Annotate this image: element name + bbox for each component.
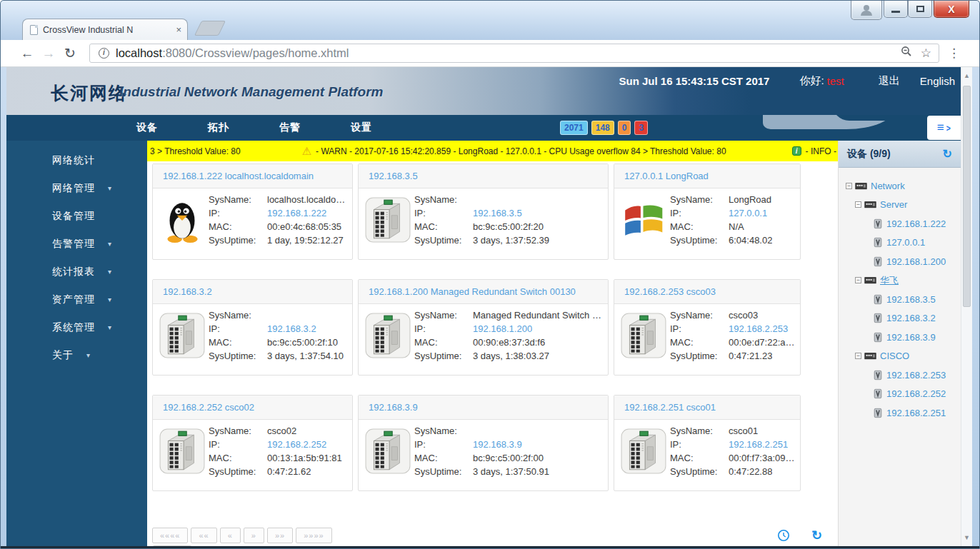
tree-collapse-icon[interactable]: − [855,277,861,283]
scrollbar-thumb[interactable] [963,86,971,307]
device-card-title-link[interactable]: 192.168.3.9 [369,402,418,413]
alarm-count-badge-0[interactable]: 2071 [560,121,588,135]
alarm-count-badge-3[interactable]: 3 [634,121,648,135]
prop-value-ip[interactable]: 192.168.3.2 [267,322,316,336]
tree-node-label[interactable]: 192.168.3.5 [886,294,936,305]
sidebar-item-5[interactable]: 资产管理▾ [6,286,147,313]
tree-node-label[interactable]: CISCO [880,351,909,361]
tree-node-label[interactable]: 华飞 [880,274,899,287]
pager-button-1[interactable]: «« [191,528,216,543]
tree-refresh-icon[interactable]: ↻ [943,147,952,161]
prop-row: MAC:00:e0:4c:68:05:35 [209,220,349,233]
prop-value-ip[interactable]: 192.168.3.9 [473,438,522,451]
site-info-icon[interactable]: i [99,48,109,59]
prop-value-ip[interactable]: 127.0.0.1 [729,206,767,220]
device-panel-toggle-button[interactable]: ≡ > [927,116,961,140]
tree-collapse-icon[interactable]: − [855,201,861,208]
pager-button-0[interactable]: «««« [152,528,188,543]
prop-row: IP:192.168.3.9 [414,438,549,451]
device-cards-grid: 192.168.1.222 localhost.localdomainSysNa… [147,161,838,510]
username-link[interactable]: test [827,75,844,87]
prop-value-ip[interactable]: 192.168.2.251 [729,438,788,451]
prop-value-ip[interactable]: 192.168.3.5 [473,206,522,220]
pager-button-4[interactable]: »» [267,528,293,543]
alarm-count-badge-2[interactable]: 0 [618,121,631,135]
tree-node-label[interactable]: 192.168.1.222 [886,218,946,229]
tree-node-label[interactable]: Server [880,199,907,210]
window-titlebar[interactable]: CrossView Industrial N × X [1,1,979,40]
bookmark-star-icon[interactable]: ☆ [921,46,931,61]
nav-item-3[interactable]: 设置 [351,121,372,134]
sidebar-item-6[interactable]: 系统管理▾ [6,313,147,341]
back-button[interactable]: ← [16,46,38,61]
alarm-tab[interactable]: 告警 [152,545,192,549]
device-card-title-link[interactable]: 192.168.2.251 csco01 [624,402,716,413]
sidebar-item-label: 网络管理 [52,182,95,195]
history-clock-icon[interactable] [777,529,790,542]
tree-collapse-icon[interactable]: − [855,353,861,359]
tree-node-label[interactable]: 192.168.3.2 [886,313,936,323]
tree-node-label[interactable]: 192.168.2.252 [886,388,946,399]
language-link[interactable]: English [920,75,955,87]
tree-node-label[interactable]: 192.168.2.251 [886,408,946,418]
logout-link[interactable]: 退出 [879,74,900,88]
scroll-up-arrow[interactable]: ▲ [961,72,972,79]
prop-value-ip[interactable]: 192.168.2.252 [267,438,326,451]
tree-node-label[interactable]: Network [871,181,905,191]
prop-value-ip[interactable]: 192.168.1.222 [267,206,326,220]
nav-item-0[interactable]: 设备 [136,121,158,134]
tree-node-label[interactable]: 192.168.2.253 [886,370,946,381]
url-text[interactable]: localhost:8080/Crossview/pages/home.xhtm… [116,46,892,60]
tree-collapse-icon[interactable]: − [846,183,852,189]
reload-button[interactable]: ↻ [59,45,81,61]
minimize-button[interactable] [884,1,908,18]
maximize-button[interactable] [908,1,932,18]
device-card-title-link[interactable]: 192.168.2.252 csco02 [163,402,254,413]
sidebar-item-2[interactable]: 设备管理 [6,202,147,230]
profile-button[interactable] [851,1,882,20]
refresh-icon[interactable]: ↻ [811,528,822,543]
pager-button-3[interactable]: » [244,528,264,543]
prop-value-mac: bc:9c:c5:00:2f:00 [473,451,544,465]
tree-item-device: 192.168.2.253 [846,366,961,385]
scroll-down-arrow[interactable]: ▼ [961,534,972,541]
tab-close-icon[interactable]: × [176,24,181,35]
tree-node-label[interactable]: 127.0.0.1 [886,237,925,248]
address-bar[interactable]: i localhost:8080/Crossview/pages/home.xh… [89,44,939,63]
list-icon: ≡ [937,121,944,135]
device-card-title-link[interactable]: 192.168.3.5 [369,171,418,181]
nav-item-1[interactable]: 拓扑 [208,121,229,134]
nav-item-2[interactable]: 告警 [279,121,301,134]
close-button[interactable]: X [934,1,969,18]
browser-menu-icon[interactable]: ⋮ [948,46,960,61]
browser-tab[interactable]: CrossView Industrial N × [22,19,188,40]
alarm-count-badge-1[interactable]: 148 [591,121,614,135]
sidebar-item-4[interactable]: 统计报表▾ [6,258,147,286]
device-card-title-link[interactable]: 192.168.3.2 [163,286,212,297]
new-tab-button[interactable] [194,21,226,36]
sidebar-item-1[interactable]: 网络管理▾ [6,174,147,202]
prop-value-sysname: csco03 [729,308,758,322]
sidebar-item-7[interactable]: 关于▾ [6,341,147,369]
sidebar-item-0[interactable]: 网络统计 [6,146,147,174]
prop-value-mac: 00:0e:d7:22:a1:c1 [729,336,797,349]
device-card-title-link[interactable]: 192.168.1.222 localhost.localdomain [163,171,314,181]
prop-value-ip[interactable]: 192.168.2.253 [729,322,788,336]
forward-button[interactable]: → [38,46,59,61]
page-scrollbar[interactable]: ▲ ▼ [961,67,972,547]
device-card-title-link[interactable]: 127.0.0.1 LongRoad [624,171,709,181]
device-panel-header: 设备 (9/9) ↻ [839,141,961,168]
prop-value-ip[interactable]: 192.168.1.200 [473,322,532,336]
pager-button-2[interactable]: « [220,528,241,543]
device-card: 192.168.2.253 csco03SysName:csco03IP:192… [614,279,801,376]
zoom-magnifier-icon[interactable] [901,46,912,61]
tree-node-label[interactable]: 192.168.3.9 [886,332,936,343]
pager-button-5[interactable]: »»»» [296,528,331,543]
device-card-title-link[interactable]: 192.168.2.253 csco03 [624,286,716,297]
device-card-body: SysName:LongRoadIP:127.0.0.1MAC:N/ASysUp… [614,188,800,251]
tree-node-label[interactable]: 192.168.1.200 [886,256,946,267]
left-sidebar-menu: 网络统计网络管理▾设备管理告警管理▾统计报表▾资产管理▾系统管理▾关于▾ [6,141,147,547]
sidebar-item-3[interactable]: 告警管理▾ [6,230,147,258]
prop-value-uptime: 3 days, 1:37:50.91 [473,465,549,478]
device-card-title-link[interactable]: 192.168.1.200 Managed Redundant Switch 0… [369,286,576,297]
